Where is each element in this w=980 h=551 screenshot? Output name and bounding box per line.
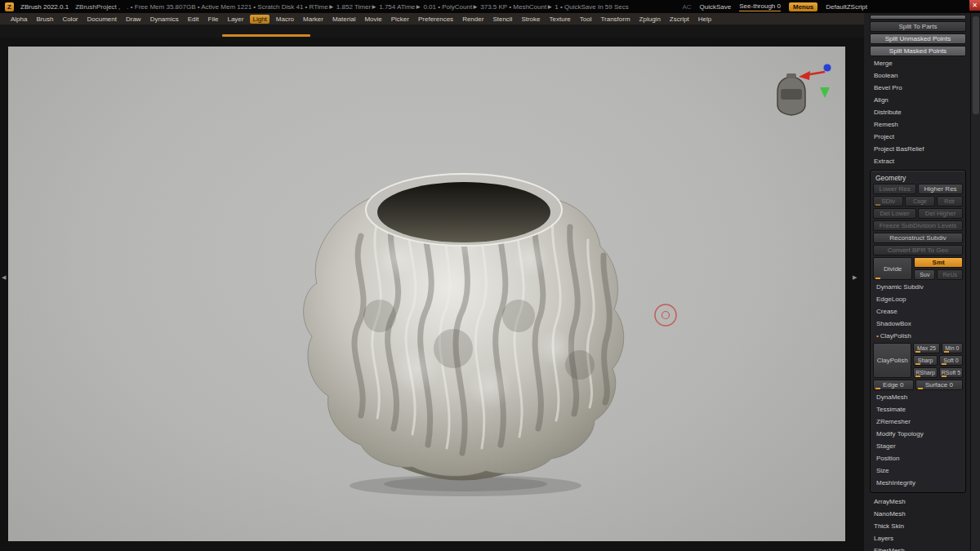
menu-item[interactable]: Stroke xyxy=(519,15,542,24)
subpalette-header[interactable]: Layers xyxy=(870,533,966,544)
freeze-subdivision-button[interactable]: Freeze SubDivision Levels xyxy=(873,220,963,231)
viewport-scene xyxy=(8,47,845,541)
menu-item[interactable]: Brush xyxy=(33,15,56,24)
tool-bottom-headers: ArrayMeshNanoMeshThick SkinLayersFiberMe… xyxy=(870,496,966,551)
menu-item[interactable]: Draw xyxy=(123,15,144,24)
smt-toggle[interactable]: Smt xyxy=(914,257,963,268)
menu-item[interactable]: Edit xyxy=(185,15,202,24)
menu-item[interactable]: Zplugin xyxy=(637,15,663,24)
subpalette-header[interactable]: Modify Topology xyxy=(873,429,963,439)
higher-res-button[interactable]: Higher Res xyxy=(918,184,963,194)
tool-panel-button[interactable]: Split Unmasked Points xyxy=(870,33,966,44)
reus-toggle[interactable]: ReUs xyxy=(937,269,963,280)
app-version: ZBrush 2022.0.1 xyxy=(20,3,69,11)
default-zscript-button[interactable]: DefaultZScript xyxy=(826,3,867,11)
brush-cursor xyxy=(655,304,676,326)
tool-panel-button[interactable]: Split To Parts xyxy=(870,21,966,32)
tool-panel-button[interactable]: Align xyxy=(870,95,966,105)
menu-item[interactable]: Document xyxy=(85,15,119,24)
menu-item[interactable]: File xyxy=(206,15,221,24)
menu-item[interactable]: Render xyxy=(460,15,486,24)
edge-slider[interactable]: Edge 0 xyxy=(873,380,914,390)
menu-item[interactable]: Movie xyxy=(362,15,384,24)
cage-button[interactable]: Cage xyxy=(905,196,934,207)
claypolish-soft-slider[interactable]: Soft 0 xyxy=(939,355,963,366)
menu-item[interactable]: Material xyxy=(330,15,358,24)
menu-item[interactable]: Texture xyxy=(547,15,573,24)
subpalette-header[interactable]: MeshIntegrity xyxy=(873,478,963,488)
claypolish-rsoft-slider[interactable]: RSoft 5 xyxy=(939,367,963,378)
tool-panel-button[interactable]: Merge xyxy=(870,58,966,69)
menu-item[interactable]: Macro xyxy=(274,15,296,24)
menu-item[interactable]: Transform xyxy=(598,15,632,24)
tool-panel-button[interactable]: Boolean xyxy=(870,70,966,81)
geometry-mid-headers: Dynamic SubdivEdgeLoopCreaseShadowBox xyxy=(873,282,963,329)
tool-panel-button[interactable]: Project xyxy=(870,131,966,142)
see-through-slider[interactable]: See-through 0 xyxy=(739,2,781,11)
canvas-scroll-left-arrow[interactable]: ◀ xyxy=(2,274,6,281)
subpalette-header[interactable]: Dynamic Subdiv xyxy=(873,282,963,292)
sdiv-slider[interactable]: SDiv xyxy=(873,196,903,207)
menu-item[interactable]: Help xyxy=(696,15,714,24)
claypolish-section-header[interactable]: • ClayPolish xyxy=(873,331,963,341)
reconstruct-subdiv-button[interactable]: Reconstruct Subdiv xyxy=(873,233,963,243)
tool-panel-button[interactable]: Extract xyxy=(870,156,966,167)
panel-scrollbar-thumb[interactable] xyxy=(973,16,979,114)
menu-item[interactable]: Stencil xyxy=(490,15,514,24)
subpalette-header[interactable]: Size xyxy=(873,465,963,476)
tool-panel-button[interactable]: Project BasRelief xyxy=(870,144,966,154)
lower-res-button[interactable]: Lower Res xyxy=(873,184,916,194)
claypolish-bullet-icon: • xyxy=(876,332,879,340)
suv-toggle[interactable]: Suv xyxy=(914,269,935,280)
quicksave-button[interactable]: QuickSave xyxy=(700,3,732,11)
viewport-canvas[interactable] xyxy=(8,47,845,541)
close-button[interactable]: ✕ xyxy=(969,0,980,11)
subpalette-header[interactable]: Crease xyxy=(873,306,963,317)
divide-button[interactable]: Divide xyxy=(873,257,912,280)
menu-item[interactable]: Layer xyxy=(225,15,246,24)
menu-item[interactable]: Zscript xyxy=(667,15,692,24)
subpalette-header[interactable]: DynaMesh xyxy=(873,392,963,402)
menu-item[interactable]: Tool xyxy=(577,15,595,24)
subpalette-header[interactable]: Stager xyxy=(873,441,963,451)
rstr-button[interactable]: Rstr xyxy=(937,196,963,207)
subpalette-header[interactable]: FiberMesh xyxy=(870,545,966,551)
menu-item[interactable]: Picker xyxy=(389,15,412,24)
geometry-subpalette: Geometry Lower Res Higher Res SDiv Cage … xyxy=(870,170,966,493)
subpalette-header[interactable]: EdgeLoop xyxy=(873,294,963,304)
del-higher-button[interactable]: Del Higher xyxy=(918,208,963,219)
convert-bpr-button[interactable]: Convert BPR To Geo xyxy=(873,245,963,256)
menu-item[interactable]: Alpha xyxy=(8,15,29,24)
subpalette-header[interactable]: Position xyxy=(873,453,963,464)
partially-visible-button[interactable] xyxy=(870,15,966,20)
claypolish-sharp-slider[interactable]: Sharp xyxy=(913,355,938,366)
claypolish-rsharp-slider[interactable]: RSharp xyxy=(913,367,938,378)
tool-panel-button[interactable]: Remesh xyxy=(870,119,966,130)
claypolish-min-slider[interactable]: Min 0 xyxy=(942,343,963,353)
geometry-bottom-headers: DynaMeshTessimateZRemesherModify Topolog… xyxy=(873,392,963,488)
geometry-header[interactable]: Geometry xyxy=(873,172,963,183)
menu-item[interactable]: Marker xyxy=(301,15,326,24)
tool-panel-button[interactable]: Bevel Pro xyxy=(870,82,966,93)
tool-panel-button[interactable]: Split Masked Points xyxy=(870,46,966,56)
canvas-scroll-right-arrow[interactable]: ▶ xyxy=(853,274,857,281)
subpalette-header[interactable]: Thick Skin xyxy=(870,521,966,531)
menu-item[interactable]: Preferences xyxy=(416,15,456,24)
del-lower-button[interactable]: Del Lower xyxy=(873,208,916,219)
menu-item[interactable]: Color xyxy=(60,15,80,24)
tool-top-buttons: Split To Parts Split Unmasked Points Spl… xyxy=(870,21,966,167)
subpalette-header[interactable]: ZRemesher xyxy=(873,416,963,427)
subpalette-header[interactable]: NanoMesh xyxy=(870,509,966,519)
subpalette-header[interactable]: ShadowBox xyxy=(873,318,963,329)
surface-slider[interactable]: Surface 0 xyxy=(915,380,963,390)
claypolish-max-slider[interactable]: Max 25 xyxy=(913,343,939,353)
subpalette-header[interactable]: Tessimate xyxy=(873,404,963,415)
menus-button[interactable]: Menus xyxy=(789,2,817,11)
menu-item[interactable]: Dynamics xyxy=(148,15,181,24)
claypolish-button[interactable]: ClayPolish xyxy=(873,343,911,378)
panel-scrollbar[interactable] xyxy=(970,13,980,551)
subpalette-header[interactable]: ArrayMesh xyxy=(870,496,966,507)
tool-panel-button[interactable]: Distribute xyxy=(870,107,966,118)
project-name: ZBrushProject , xyxy=(75,3,120,11)
menu-item[interactable]: Light xyxy=(250,15,269,24)
